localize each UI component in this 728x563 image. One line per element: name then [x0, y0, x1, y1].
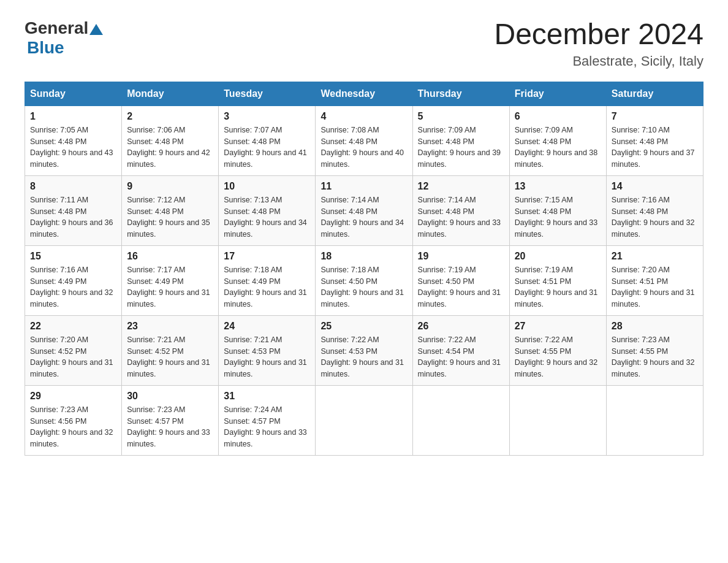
- calendar-cell: [606, 385, 703, 455]
- day-info: Sunrise: 7:07 AMSunset: 4:48 PMDaylight:…: [224, 124, 310, 170]
- location-text: Balestrate, Sicily, Italy: [494, 53, 703, 69]
- day-info: Sunrise: 7:23 AMSunset: 4:56 PMDaylight:…: [30, 404, 116, 450]
- day-info: Sunrise: 7:23 AMSunset: 4:55 PMDaylight:…: [612, 334, 698, 380]
- logo-triangle-icon: [89, 21, 103, 35]
- day-info: Sunrise: 7:09 AMSunset: 4:48 PMDaylight:…: [418, 124, 504, 170]
- day-info: Sunrise: 7:20 AMSunset: 4:52 PMDaylight:…: [30, 334, 116, 380]
- day-number: 30: [127, 391, 213, 402]
- calendar-cell: 30Sunrise: 7:23 AMSunset: 4:57 PMDayligh…: [122, 385, 219, 455]
- day-number: 9: [127, 181, 213, 192]
- day-number: 28: [612, 321, 698, 332]
- day-number: 12: [418, 181, 504, 192]
- day-info: Sunrise: 7:17 AMSunset: 4:49 PMDaylight:…: [127, 264, 213, 310]
- day-info: Sunrise: 7:21 AMSunset: 4:52 PMDaylight:…: [127, 334, 213, 380]
- day-info: Sunrise: 7:11 AMSunset: 4:48 PMDaylight:…: [30, 194, 116, 240]
- column-header-saturday: Saturday: [606, 82, 703, 105]
- day-info: Sunrise: 7:14 AMSunset: 4:48 PMDaylight:…: [320, 194, 407, 240]
- calendar-cell: [509, 385, 606, 455]
- svg-marker-0: [89, 24, 103, 35]
- page-header: General Blue December 2024 Balestrate, S…: [25, 18, 703, 69]
- day-number: 27: [515, 321, 601, 332]
- day-info: Sunrise: 7:06 AMSunset: 4:48 PMDaylight:…: [127, 124, 213, 170]
- day-number: 22: [30, 321, 116, 332]
- day-info: Sunrise: 7:21 AMSunset: 4:53 PMDaylight:…: [224, 334, 310, 380]
- calendar-cell: 6Sunrise: 7:09 AMSunset: 4:48 PMDaylight…: [509, 105, 606, 175]
- calendar-cell: 10Sunrise: 7:13 AMSunset: 4:48 PMDayligh…: [219, 175, 316, 245]
- day-number: 1: [30, 111, 116, 122]
- calendar-cell: 14Sunrise: 7:16 AMSunset: 4:48 PMDayligh…: [606, 175, 703, 245]
- column-header-friday: Friday: [509, 82, 606, 105]
- day-number: 13: [515, 181, 601, 192]
- month-title: December 2024: [494, 18, 703, 51]
- column-header-thursday: Thursday: [412, 82, 509, 105]
- calendar-cell: [412, 385, 509, 455]
- day-number: 4: [320, 111, 407, 122]
- day-number: 29: [30, 391, 116, 402]
- day-info: Sunrise: 7:10 AMSunset: 4:48 PMDaylight:…: [612, 124, 698, 170]
- day-info: Sunrise: 7:18 AMSunset: 4:49 PMDaylight:…: [224, 264, 310, 310]
- calendar-cell: 11Sunrise: 7:14 AMSunset: 4:48 PMDayligh…: [316, 175, 412, 245]
- day-info: Sunrise: 7:13 AMSunset: 4:48 PMDaylight:…: [224, 194, 310, 240]
- day-number: 24: [224, 321, 310, 332]
- logo-blue-text: Blue: [27, 38, 64, 57]
- calendar-cell: 26Sunrise: 7:22 AMSunset: 4:54 PMDayligh…: [412, 315, 509, 385]
- logo-general-text: General: [25, 18, 88, 38]
- calendar-cell: 1Sunrise: 7:05 AMSunset: 4:48 PMDaylight…: [25, 105, 122, 175]
- day-number: 31: [224, 391, 310, 402]
- day-info: Sunrise: 7:16 AMSunset: 4:48 PMDaylight:…: [612, 194, 698, 240]
- calendar-cell: 7Sunrise: 7:10 AMSunset: 4:48 PMDaylight…: [606, 105, 703, 175]
- day-number: 20: [515, 251, 601, 262]
- title-block: December 2024 Balestrate, Sicily, Italy: [494, 18, 703, 69]
- day-info: Sunrise: 7:22 AMSunset: 4:53 PMDaylight:…: [320, 334, 407, 380]
- calendar-cell: [316, 385, 412, 455]
- day-number: 16: [127, 251, 213, 262]
- calendar-cell: 2Sunrise: 7:06 AMSunset: 4:48 PMDaylight…: [122, 105, 219, 175]
- day-info: Sunrise: 7:24 AMSunset: 4:57 PMDaylight:…: [224, 404, 310, 450]
- day-number: 14: [612, 181, 698, 192]
- day-number: 21: [612, 251, 698, 262]
- day-info: Sunrise: 7:19 AMSunset: 4:50 PMDaylight:…: [418, 264, 504, 310]
- day-info: Sunrise: 7:20 AMSunset: 4:51 PMDaylight:…: [612, 264, 698, 310]
- calendar-cell: 24Sunrise: 7:21 AMSunset: 4:53 PMDayligh…: [219, 315, 316, 385]
- day-number: 3: [224, 111, 310, 122]
- day-number: 26: [418, 321, 504, 332]
- calendar-cell: 29Sunrise: 7:23 AMSunset: 4:56 PMDayligh…: [25, 385, 122, 455]
- calendar-cell: 9Sunrise: 7:12 AMSunset: 4:48 PMDaylight…: [122, 175, 219, 245]
- calendar-cell: 18Sunrise: 7:18 AMSunset: 4:50 PMDayligh…: [316, 245, 412, 315]
- calendar-cell: 27Sunrise: 7:22 AMSunset: 4:55 PMDayligh…: [509, 315, 606, 385]
- day-info: Sunrise: 7:16 AMSunset: 4:49 PMDaylight:…: [30, 264, 116, 310]
- calendar-cell: 15Sunrise: 7:16 AMSunset: 4:49 PMDayligh…: [25, 245, 122, 315]
- day-number: 7: [612, 111, 698, 122]
- calendar-cell: 12Sunrise: 7:14 AMSunset: 4:48 PMDayligh…: [412, 175, 509, 245]
- calendar-cell: 17Sunrise: 7:18 AMSunset: 4:49 PMDayligh…: [219, 245, 316, 315]
- day-info: Sunrise: 7:08 AMSunset: 4:48 PMDaylight:…: [320, 124, 407, 170]
- day-info: Sunrise: 7:22 AMSunset: 4:54 PMDaylight:…: [418, 334, 504, 380]
- logo: General Blue: [25, 18, 103, 58]
- day-number: 23: [127, 321, 213, 332]
- column-header-tuesday: Tuesday: [219, 82, 316, 105]
- day-number: 25: [320, 321, 407, 332]
- calendar-cell: 31Sunrise: 7:24 AMSunset: 4:57 PMDayligh…: [219, 385, 316, 455]
- day-info: Sunrise: 7:12 AMSunset: 4:48 PMDaylight:…: [127, 194, 213, 240]
- day-number: 8: [30, 181, 116, 192]
- calendar-cell: 16Sunrise: 7:17 AMSunset: 4:49 PMDayligh…: [122, 245, 219, 315]
- day-number: 17: [224, 251, 310, 262]
- day-number: 15: [30, 251, 116, 262]
- calendar-cell: 25Sunrise: 7:22 AMSunset: 4:53 PMDayligh…: [316, 315, 412, 385]
- calendar-cell: 22Sunrise: 7:20 AMSunset: 4:52 PMDayligh…: [25, 315, 122, 385]
- day-info: Sunrise: 7:23 AMSunset: 4:57 PMDaylight:…: [127, 404, 213, 450]
- calendar-cell: 19Sunrise: 7:19 AMSunset: 4:50 PMDayligh…: [412, 245, 509, 315]
- day-number: 6: [515, 111, 601, 122]
- day-number: 11: [320, 181, 407, 192]
- calendar-cell: 21Sunrise: 7:20 AMSunset: 4:51 PMDayligh…: [606, 245, 703, 315]
- day-info: Sunrise: 7:14 AMSunset: 4:48 PMDaylight:…: [418, 194, 504, 240]
- day-number: 10: [224, 181, 310, 192]
- calendar-cell: 4Sunrise: 7:08 AMSunset: 4:48 PMDaylight…: [316, 105, 412, 175]
- calendar-table: SundayMondayTuesdayWednesdayThursdayFrid…: [25, 82, 703, 456]
- day-info: Sunrise: 7:18 AMSunset: 4:50 PMDaylight:…: [320, 264, 407, 310]
- day-number: 5: [418, 111, 504, 122]
- calendar-cell: 23Sunrise: 7:21 AMSunset: 4:52 PMDayligh…: [122, 315, 219, 385]
- day-number: 18: [320, 251, 407, 262]
- day-info: Sunrise: 7:19 AMSunset: 4:51 PMDaylight:…: [515, 264, 601, 310]
- calendar-cell: 8Sunrise: 7:11 AMSunset: 4:48 PMDaylight…: [25, 175, 122, 245]
